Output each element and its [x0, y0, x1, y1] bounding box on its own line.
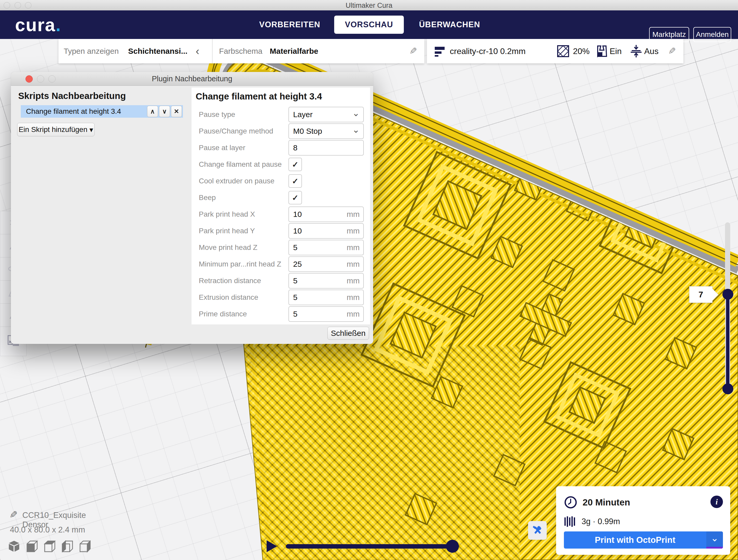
print-time-row: 20 Minuten	[564, 496, 630, 509]
dialog-titlebar[interactable]: Plugin Nachbearbeitung	[11, 72, 373, 86]
path-slider-track[interactable]	[286, 544, 453, 549]
view-type-label: Typen anzeigen	[64, 39, 119, 63]
view-left-button[interactable]	[60, 540, 74, 553]
window-titlebar[interactable]: Ultimaker Cura	[0, 0, 738, 11]
material-usage-row: 3g · 0.99m	[564, 515, 620, 528]
layer-number-tooltip: 7	[689, 286, 713, 303]
setting-row-minimum-park-z: Minimum par...rint head Z 25 mm	[192, 256, 370, 272]
material-usage-value: 3g · 0.99m	[582, 517, 620, 526]
simulation-play-button[interactable]	[267, 540, 277, 552]
checkmark-icon: ✓	[292, 160, 298, 169]
script-list-item-selected[interactable]: Change filament at height 3.4 ∧ ∨ ✕	[21, 105, 183, 118]
print-setup-panel[interactable]: creality-cr-10 0.2mm 20% Ein Aus ✎	[427, 39, 683, 63]
beep-checkbox[interactable]: ✓	[289, 191, 302, 204]
setting-row-park-x: Park print head X 10 mm	[192, 206, 370, 222]
edit-pencil-icon[interactable]: ✎	[409, 39, 417, 63]
layer-slider-lower-handle[interactable]	[722, 383, 733, 394]
infill-icon	[557, 39, 570, 63]
park-y-input[interactable]: 10 mm	[289, 223, 364, 239]
rename-pencil-icon[interactable]: ✎	[9, 509, 18, 521]
chevron-down-icon: ⌄	[352, 124, 360, 135]
view-top-button[interactable]	[43, 540, 56, 553]
app-header: cura. VORBEREITEN VORSCHAU ÜBERWACHEN Ma…	[0, 10, 738, 39]
path-slider-handle[interactable]	[446, 540, 459, 553]
add-script-dropdown-button[interactable]: Ein Skript hinzufügen ▾	[17, 123, 95, 136]
layer-height-icon	[434, 39, 446, 63]
view-type-value[interactable]: Schichtenansi...	[128, 39, 188, 63]
park-x-input[interactable]: 10 mm	[289, 206, 364, 222]
post-processing-dialog: Plugin Nachbearbeitung Skripts Nachbearb…	[11, 72, 373, 344]
setting-row-retraction: Retraction distance 5 mm	[192, 272, 370, 289]
view-right-button[interactable]	[78, 540, 91, 553]
change-filament-checkbox[interactable]: ✓	[289, 158, 302, 171]
info-icon[interactable]: i	[710, 496, 723, 508]
view-front-button[interactable]	[25, 540, 38, 553]
setting-row-pause-type: Pause type Layer ⌄	[192, 106, 370, 123]
adhesion-icon	[630, 39, 642, 63]
layer-slider-range	[726, 294, 729, 390]
layer-slider-upper-handle[interactable]	[722, 289, 733, 300]
pause-at-layer-input[interactable]: 8	[289, 140, 364, 155]
setting-row-park-y: Park print head Y 10 mm	[192, 222, 370, 239]
panel-divider	[212, 39, 213, 63]
color-scheme-value[interactable]: Materialfarbe	[270, 39, 318, 63]
dropdown-caret-icon: ▾	[89, 125, 93, 134]
setting-row-pause-at-layer: Pause at layer 8	[192, 139, 370, 156]
dialog-title: Plugin Nachbearbeitung	[11, 75, 373, 83]
script-settings-title: Change filament at height 3.4	[196, 91, 322, 101]
clock-icon	[564, 496, 578, 509]
adhesion-value[interactable]: Aus	[644, 39, 659, 63]
retraction-distance-input[interactable]: 5 mm	[289, 273, 364, 289]
pause-method-select[interactable]: M0 Stop ⌄	[289, 123, 364, 139]
view-options-panel[interactable]: Typen anzeigen Schichtenansi... ‹ Farbsc…	[58, 39, 424, 63]
print-settings-pencil-icon[interactable]: ✎	[668, 39, 676, 63]
setting-row-move-z: Move print head Z 5 mm	[192, 239, 370, 256]
setting-row-prime: Prime distance 5 mm	[192, 306, 370, 322]
move-script-down-button[interactable]: ∨	[159, 106, 170, 117]
move-z-input[interactable]: 5 mm	[289, 240, 364, 255]
cura-app-window: Ultimaker Cura cura. VORBEREITEN VORSCHA…	[0, 0, 738, 560]
camera-view-buttons	[7, 540, 91, 553]
setting-row-cool-extruder: Cool extruder on pause ✓	[192, 173, 370, 189]
cool-extruder-checkbox[interactable]: ✓	[289, 174, 302, 188]
setting-row-beep: Beep ✓	[192, 189, 370, 206]
cura-logo: cura.	[15, 15, 61, 35]
checkmark-icon: ✓	[292, 177, 298, 186]
print-with-octoprint-button[interactable]: Print with OctoPrint ⌄	[564, 531, 723, 549]
tab-ueberwachen[interactable]: ÜBERWACHEN	[408, 10, 491, 39]
extrusion-distance-input[interactable]: 5 mm	[289, 290, 364, 305]
move-script-up-button[interactable]: ∧	[147, 106, 158, 117]
signin-button[interactable]: Anmelden	[693, 27, 731, 42]
minimum-park-z-input[interactable]: 25 mm	[289, 256, 364, 272]
infill-value[interactable]: 20%	[573, 39, 590, 63]
filament-icon	[564, 515, 576, 528]
chevron-down-icon: ⌄	[711, 533, 719, 544]
script-settings-panel: Change filament at height 3.4 Pause type…	[192, 87, 370, 325]
prime-distance-input[interactable]: 5 mm	[289, 306, 364, 322]
chevron-down-icon: ⌄	[352, 108, 360, 118]
view-3d-button[interactable]	[7, 540, 21, 553]
tools-icon	[531, 524, 543, 536]
printer-profile-value[interactable]: creality-cr-10 0.2mm	[450, 39, 526, 63]
print-time-value: 20 Minuten	[583, 497, 630, 508]
color-scheme-label: Farbschema	[219, 39, 263, 63]
collapse-chevron-icon[interactable]: ‹	[196, 39, 199, 63]
print-options-chevron[interactable]: ⌄	[706, 531, 723, 549]
support-icon	[596, 39, 608, 63]
print-summary-card: 20 Minuten i 3g · 0.99m Print with OctoP…	[556, 486, 730, 555]
machine-settings-button[interactable]	[528, 521, 547, 540]
tab-vorschau-active[interactable]: VORSCHAU	[334, 16, 404, 34]
model-dimensions: 40.0 x 80.0 x 2.4 mm	[10, 525, 114, 535]
script-name: Change filament at height 3.4	[21, 107, 147, 116]
marketplace-button[interactable]: Marktplatz	[649, 27, 689, 42]
setting-row-pause-method: Pause/Change method M0 Stop ⌄	[192, 123, 370, 139]
dialog-close-action-button[interactable]: Schließen	[327, 327, 369, 340]
remove-script-button[interactable]: ✕	[171, 106, 182, 117]
pause-type-select[interactable]: Layer ⌄	[289, 107, 364, 122]
setting-row-change-filament: Change filament at pause ✓	[192, 156, 370, 173]
scripts-heading: Skripts Nachbearbeitung	[18, 91, 126, 101]
setting-row-extrusion: Extrusion distance 5 mm	[192, 289, 370, 306]
tab-vorbereiten[interactable]: VORBEREITEN	[252, 10, 327, 39]
logo-dot: .	[56, 15, 61, 35]
support-value[interactable]: Ein	[610, 39, 622, 63]
